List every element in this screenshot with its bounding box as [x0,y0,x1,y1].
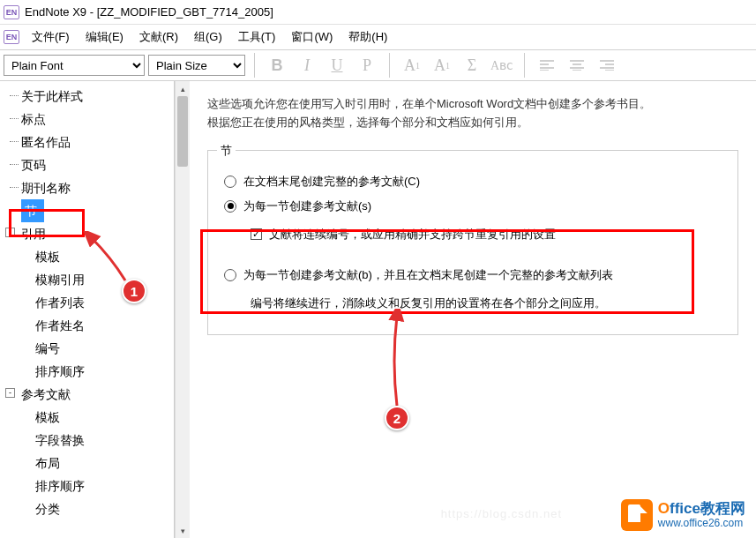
sigma-button[interactable]: Σ [459,53,485,78]
menu-file[interactable]: 文件(F) [25,27,77,47]
tree-item-numbering[interactable]: 编号 [0,337,174,360]
menu-groups[interactable]: 组(G) [187,27,229,47]
menubar: EN 文件(F) 编辑(E) 文献(R) 组(G) 工具(T) 窗口(W) 帮助… [0,25,756,49]
main-panel: 这些选项允许您在使用写入时引用时，在单个Microsoft Word文档中创建多… [190,81,756,538]
toolbar-divider [524,53,525,78]
style-tree-sidebar: 关于此样式 标点 匿名作品 页码 期刊名称 节 - 引用 模板 模糊引用 作者列… [0,81,175,538]
tree-toggle[interactable]: - [5,388,15,398]
radio-complete-bib[interactable]: 在文档末尾创建完整的参考文献(C) [224,174,727,190]
tree-item-sections[interactable]: 节 [21,199,44,222]
sidebar-scrollbar[interactable]: ▴ ▾ [175,81,190,538]
tree-group-bibliography[interactable]: - 参考文献 [0,383,174,406]
scroll-up-arrow[interactable]: ▴ [176,81,190,96]
radio-both[interactable]: 为每一节创建参考文献(b)，并且在文档末尾创建一个完整的参考文献列表 [224,267,727,283]
align-center-icon [570,60,584,71]
tree-item-categories[interactable]: 分类 [0,497,174,520]
font-name-select[interactable]: Plain Font [4,55,145,76]
fieldset-legend: 节 [217,143,236,159]
bold-button[interactable]: B [264,53,290,78]
tree-item-journal[interactable]: 期刊名称 [0,176,174,199]
tree-toggle[interactable]: - [5,228,15,237]
watermark-icon [621,499,653,531]
app-icon: EN [4,5,19,19]
window-title: EndNote X9 - [ZZ_MODIFIED_GBT_7714_2005] [25,5,273,19]
scroll-thumb[interactable] [177,96,188,167]
app-icon-small: EN [4,30,19,44]
titlebar: EN EndNote X9 - [ZZ_MODIFIED_GBT_7714_20… [0,0,756,25]
checkbox-continuous[interactable]: ✓ 文献将连续编号，或应用精确并支持跨节重复引用的设置 [251,227,727,243]
subscript-button[interactable]: A1 [429,53,455,78]
watermark-brand: Office教程网 [658,501,745,518]
annotation-arrow-2 [381,309,416,415]
tree-item-layout[interactable]: 布局 [0,452,174,474]
italic-button[interactable]: I [294,53,320,78]
menu-window[interactable]: 窗口(W) [284,27,340,47]
tree-item-bib-templates[interactable]: 模板 [0,406,174,429]
checkbox-icon: ✓ [251,228,262,240]
scroll-track[interactable] [176,96,190,523]
tree-item-authorname[interactable]: 作者姓名 [0,314,174,337]
tree-item-page[interactable]: 页码 [0,153,174,176]
tree-item-anonymous[interactable]: 匿名作品 [0,131,174,153]
watermark-faint: https://blog.csdn.net [441,507,562,520]
superscript-button[interactable]: A1 [399,53,425,78]
note-text: 编号将继续进行，消除歧义和反复引用的设置将在各个部分之间应用。 [251,295,727,311]
tree-item-sortorder[interactable]: 排序顺序 [0,360,174,383]
font-size-select[interactable]: Plain Size [148,55,245,76]
annotation-circle-2: 2 [385,406,409,430]
panel-description: 这些选项允许您在使用写入时引用时，在单个Microsoft Word文档中创建多… [207,95,738,132]
radio-per-section[interactable]: 为每一节创建参考文献(s) [224,198,727,214]
tree-item-punctuation[interactable]: 标点 [0,108,174,131]
content-area: 关于此样式 标点 匿名作品 页码 期刊名称 节 - 引用 模板 模糊引用 作者列… [0,81,756,538]
toolbar-divider [254,53,255,78]
tree-item-field-sub[interactable]: 字段替换 [0,429,174,452]
toolbar-divider [389,53,390,78]
radio-icon-checked [224,200,236,213]
menu-edit[interactable]: 编辑(E) [79,27,131,47]
style-tree: 关于此样式 标点 匿名作品 页码 期刊名称 节 - 引用 模板 模糊引用 作者列… [0,81,174,524]
format-toolbar: Plain Font Plain Size B I U P A1 A1 Σ Aʙ… [0,49,756,81]
align-right-button[interactable] [594,53,620,78]
menu-references[interactable]: 文献(R) [132,27,185,47]
align-center-button[interactable] [564,53,590,78]
watermark-logo: Office教程网 www.office26.com [621,499,745,531]
underline-button[interactable]: U [324,53,350,78]
menu-tools[interactable]: 工具(T) [231,27,283,47]
align-right-icon [600,60,614,71]
radio-icon [224,176,236,188]
annotation-circle-1: 1 [122,279,146,303]
tree-item-about[interactable]: 关于此样式 [0,85,174,108]
tree-item-bib-sort[interactable]: 排序顺序 [0,474,174,497]
scroll-down-arrow[interactable]: ▾ [176,523,190,538]
sections-fieldset: 节 在文档末尾创建完整的参考文献(C) 为每一节创建参考文献(s) ✓ 文献将连… [207,150,738,335]
smallcaps-button[interactable]: Aʙᴄ [489,53,515,78]
align-left-icon [540,60,554,71]
paragraph-button[interactable]: P [354,53,380,78]
align-left-button[interactable] [534,53,560,78]
watermark-url: www.office26.com [658,518,745,529]
menu-help[interactable]: 帮助(H) [341,27,394,47]
radio-icon [224,269,236,281]
